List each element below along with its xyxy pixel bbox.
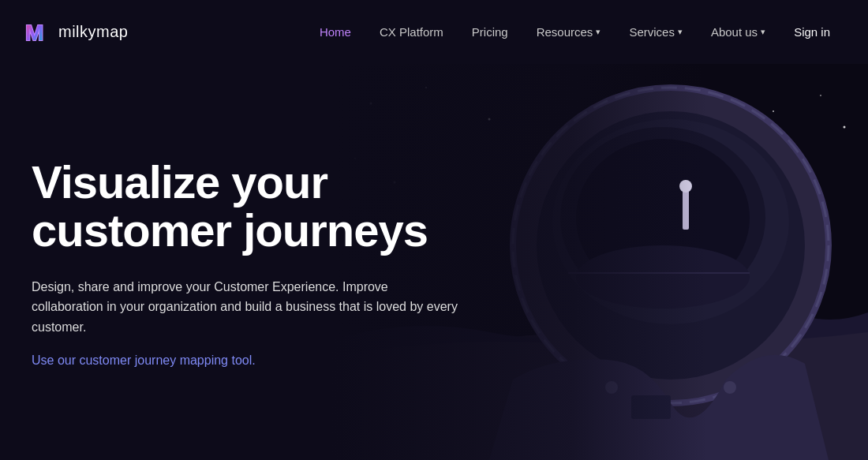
nav-item-about[interactable]: About us [697, 25, 780, 39]
brand-name: milkymap [58, 23, 128, 41]
nav-item-home[interactable]: Home [305, 25, 365, 39]
hero-cta[interactable]: Use our customer journey mapping tool. [32, 350, 458, 371]
logo-area[interactable]: M M milkymap [24, 18, 128, 47]
nav-link-pricing[interactable]: Pricing [458, 25, 522, 39]
nav-item-pricing[interactable]: Pricing [458, 25, 522, 39]
nav-item-services[interactable]: Services [615, 25, 697, 39]
nav-links: Home CX Platform Pricing Resources Servi… [305, 25, 844, 39]
main-nav: M M milkymap Home CX Platform [0, 0, 868, 64]
svg-text:M: M [25, 21, 43, 45]
nav-link-about[interactable]: About us [697, 25, 780, 39]
logo-icon: M M [24, 18, 52, 47]
hero-content: Visualize your customer journeys Design,… [0, 64, 489, 402]
nav-item-signin[interactable]: Sign in [780, 25, 844, 39]
hero-title: Visualize your customer journeys [32, 159, 458, 255]
nav-item-cx[interactable]: CX Platform [365, 25, 458, 39]
nav-link-home[interactable]: Home [305, 25, 365, 39]
nav-item-resources[interactable]: Resources [522, 25, 615, 39]
nav-link-services[interactable]: Services [615, 25, 697, 39]
hero-description: Design, share and improve your Customer … [32, 277, 458, 338]
nav-link-resources[interactable]: Resources [522, 25, 615, 39]
nav-link-signin[interactable]: Sign in [780, 25, 844, 39]
nav-link-cx[interactable]: CX Platform [365, 25, 458, 39]
hero-section: M M milkymap Home CX Platform [0, 0, 868, 460]
